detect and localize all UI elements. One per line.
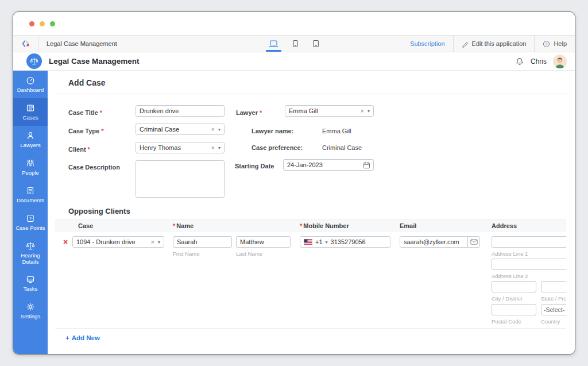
documents-icon: [25, 186, 36, 196]
mobile-number-input[interactable]: +1 ▾ 3135279056: [300, 236, 390, 248]
address-line2-hint: Address Line 2: [492, 273, 528, 279]
case-preference-value: Criminal Case: [322, 144, 362, 151]
phone-view-button[interactable]: [291, 36, 300, 52]
case-description-label: Case Description: [68, 164, 120, 171]
toolbar-app-title: Legal Case Management: [38, 36, 125, 52]
address-line1-hint: Address Line 1: [492, 251, 528, 257]
city-district-input[interactable]: [492, 281, 536, 292]
calendar-icon[interactable]: [359, 161, 373, 169]
delete-row-icon[interactable]: ×: [63, 237, 68, 246]
client-select[interactable]: Henry Thomas ×▾: [136, 142, 225, 153]
chevron-down-icon[interactable]: ▾: [218, 145, 220, 151]
app-toolbar: Legal Case Management Subscrip: [13, 35, 575, 52]
table-bottom-divider: [55, 328, 566, 329]
envelope-icon[interactable]: [467, 237, 479, 247]
email-input[interactable]: saarah@zylker.com: [400, 236, 480, 248]
chevron-down-icon[interactable]: ▾: [218, 127, 220, 132]
app-header: Legal Case Management Chris: [13, 52, 575, 71]
edit-application-button[interactable]: Edit this application: [453, 36, 535, 52]
user-name[interactable]: Chris: [531, 57, 547, 66]
app-logo-scales-icon: [26, 53, 42, 69]
case-preference-label: Case preference:: [252, 144, 303, 151]
case-description-textarea[interactable]: [136, 160, 225, 198]
people-icon: [25, 158, 36, 168]
user-avatar[interactable]: [553, 55, 567, 68]
clear-icon[interactable]: ×: [211, 126, 215, 133]
state-province-input[interactable]: [541, 281, 566, 292]
postal-code-input[interactable]: [492, 304, 536, 315]
creator-logo-icon[interactable]: [21, 39, 30, 48]
row-case-select[interactable]: 1094 - Drunken drive ×▾: [72, 236, 164, 248]
close-window-button[interactable]: [29, 21, 34, 26]
case-title-input[interactable]: [136, 105, 225, 117]
device-view-switcher: [268, 36, 320, 52]
tablet-view-button[interactable]: [311, 36, 320, 52]
case-type-select[interactable]: Criminal Case ×▾: [136, 124, 225, 135]
app-window: Legal Case Management Subscrip: [13, 11, 575, 355]
lawyer-name-label: Lawyer name:: [252, 128, 293, 134]
active-view-underline: [266, 50, 281, 52]
lawyer-label: Lawyer*: [236, 109, 262, 116]
scales-icon: [25, 241, 36, 251]
mobile-number-value[interactable]: 3135279056: [331, 238, 366, 245]
city-district-hint: City / District: [492, 295, 522, 302]
starting-date-input[interactable]: 24-Jan-2023: [283, 159, 374, 171]
sidebar-item-settings[interactable]: Settings: [13, 297, 48, 325]
dashboard-icon: [25, 75, 36, 86]
us-flag-icon: [304, 239, 312, 245]
svg-text:?: ?: [29, 217, 32, 221]
svg-text:?: ?: [546, 41, 548, 45]
last-name-input[interactable]: [236, 236, 291, 248]
notifications-bell-icon[interactable]: [515, 57, 524, 66]
clear-icon[interactable]: ×: [211, 144, 215, 151]
sidebar-item-documents[interactable]: Documents: [13, 181, 48, 209]
country-select[interactable]: -Select-: [541, 304, 566, 315]
zoom-window-button[interactable]: [50, 21, 55, 26]
column-header-address: Address: [492, 219, 517, 232]
case-points-icon: ?: [25, 213, 36, 224]
opposing-clients-header-row: Case *Name *Mobile Number Email Address: [55, 219, 566, 232]
lawyer-select[interactable]: Emma Gill ×▾: [285, 105, 374, 117]
sidebar-item-hearing-details[interactable]: Hearing Details: [13, 236, 48, 269]
desktop-view-button[interactable]: [268, 36, 280, 52]
lawyer-icon: [25, 130, 36, 141]
pencil-icon: [462, 40, 469, 48]
lawyer-name-value: Emma Gill: [322, 128, 351, 134]
case-type-label: Case Type*: [68, 128, 104, 134]
sidebar-item-tasks[interactable]: Tasks: [13, 269, 48, 297]
minimize-window-button[interactable]: [40, 21, 45, 26]
required-asterisk: *: [101, 128, 103, 134]
column-header-name: *Name: [173, 219, 194, 232]
last-name-hint: Last Name: [236, 251, 262, 257]
chevron-down-icon[interactable]: ▾: [326, 240, 328, 245]
column-header-email: Email: [400, 219, 416, 232]
address-line1-input[interactable]: [492, 236, 566, 248]
state-province-hint: State / Province: [541, 295, 566, 302]
add-new-button[interactable]: + Add New: [65, 334, 100, 341]
postal-code-hint: Postal Code: [492, 318, 521, 325]
required-asterisk: *: [173, 222, 175, 229]
monitor-icon: [25, 274, 36, 284]
page-title: Legal Case Management: [49, 57, 140, 66]
form-title: Add Case: [68, 78, 106, 87]
clear-icon[interactable]: ×: [151, 238, 154, 245]
sidebar-item-people[interactable]: People: [13, 153, 48, 181]
sidebar-item-lawyers[interactable]: Lawyers: [13, 126, 48, 153]
form-header: Add Case: [55, 71, 566, 94]
case-title-label: Case Title*: [68, 109, 102, 116]
client-label: Client*: [68, 146, 90, 153]
gear-icon: [25, 302, 36, 312]
first-name-input[interactable]: [173, 236, 232, 248]
subscription-link[interactable]: Subscription: [402, 36, 453, 52]
first-name-hint: First Name: [173, 251, 199, 257]
clear-icon[interactable]: ×: [361, 107, 364, 114]
sidebar: Dashboard Cases Lawyers: [13, 71, 48, 354]
sidebar-item-dashboard[interactable]: Dashboard: [13, 71, 48, 98]
help-button[interactable]: ? Help: [534, 36, 575, 52]
chevron-down-icon[interactable]: ▾: [368, 109, 370, 114]
chevron-down-icon[interactable]: ▾: [158, 240, 160, 245]
sidebar-item-case-points[interactable]: ? Case Points: [13, 209, 48, 236]
sidebar-item-cases[interactable]: Cases: [13, 98, 48, 126]
address-line2-input[interactable]: [492, 259, 566, 270]
dial-code[interactable]: +1: [315, 238, 323, 245]
